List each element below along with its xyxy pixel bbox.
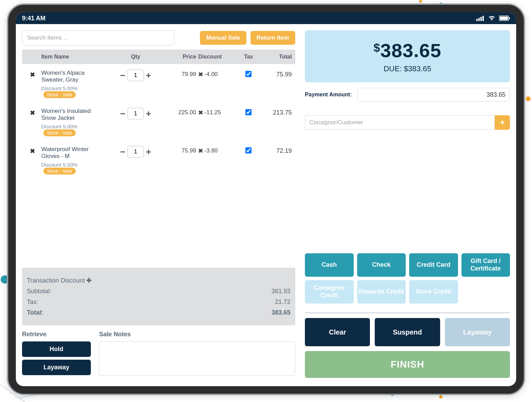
suspend-button[interactable]: Suspend	[375, 318, 440, 346]
pay-rewards-credit-button[interactable]: Rewards Credit	[357, 280, 406, 304]
app-body: Manual Sale Return Item Item Name Qty Pr…	[16, 24, 516, 386]
payment-amount-row: Payment Amount:	[305, 88, 510, 102]
item-name-cell: Women's Alpaca Sweater, Gray Discount 5.…	[41, 70, 106, 98]
dollar-sign: $	[373, 41, 380, 54]
summary-block: Transaction Discount ✚ Subtotal: 361.93 …	[22, 268, 295, 325]
qty-cell: − +	[108, 70, 163, 81]
items-header: Item Name Qty Price Discount Tax Total	[22, 50, 295, 64]
item-discount-text: Discount 5.00%	[41, 124, 77, 129]
return-item-button[interactable]: Return Item	[251, 31, 295, 45]
transaction-discount-label: Transaction Discount	[27, 277, 85, 284]
retrieve-heading: Retrieve	[22, 331, 91, 338]
consignor-input[interactable]	[305, 115, 495, 130]
tax-checkbox[interactable]	[245, 109, 252, 115]
tax-cell	[238, 108, 259, 117]
clear-button[interactable]: Clear	[305, 318, 370, 346]
discount-value: -11.25	[204, 109, 221, 116]
sale-notes-input[interactable]	[99, 341, 295, 376]
discount-cell: ✖ -11.25	[198, 108, 236, 116]
tax-row: Tax: 21.72	[27, 298, 290, 306]
pay-credit-card-button[interactable]: Credit Card	[409, 253, 458, 277]
qty-decrement-button[interactable]: −	[120, 109, 125, 118]
due-line: DUE: $383.65	[308, 64, 507, 73]
pay-store-credit-button[interactable]: Store Credit	[409, 280, 458, 304]
qty-input[interactable]	[127, 146, 144, 158]
table-row: ✖ Waterproof Winter Gloves - M Discount …	[22, 140, 295, 179]
top-action-row: Manual Sale Return Item	[22, 30, 295, 45]
remove-discount-icon[interactable]: ✖	[198, 109, 203, 116]
retrieve-column: Retrieve Hold Layaway	[22, 331, 91, 378]
price-cell: 225.00	[165, 108, 196, 116]
item-discount-line: Discount 5.00% Store - Sale	[41, 124, 106, 136]
status-time: 9:41 AM	[22, 15, 45, 22]
th-item-name: Item Name	[41, 54, 106, 60]
total-label: Total:	[27, 309, 43, 316]
th-total: Total	[261, 54, 292, 60]
item-discount-text: Discount 5.00%	[41, 162, 77, 168]
qty-increment-button[interactable]: +	[146, 71, 151, 80]
pay-gift-card-button[interactable]: Gift Card / Certificate	[461, 253, 510, 277]
total-row: Total: 383.65	[27, 309, 290, 316]
add-customer-button[interactable]: +	[495, 115, 510, 130]
subtotal-label: Subtotal:	[27, 288, 51, 295]
item-discount-text: Discount 5.00%	[41, 85, 77, 91]
qty-input[interactable]	[127, 108, 144, 119]
th-qty: Qty	[108, 54, 163, 60]
svg-rect-2	[480, 17, 482, 21]
qty-increment-button[interactable]: +	[146, 109, 151, 118]
line-total: 75.99	[261, 70, 292, 78]
signal-icon	[476, 15, 485, 21]
table-row: ✖ Women's Alpaca Sweater, Gray Discount …	[22, 64, 295, 102]
search-input[interactable]	[22, 30, 174, 45]
layaway-action-button[interactable]: Layaway	[445, 318, 510, 346]
line-total: 213.75	[261, 108, 292, 116]
tax-cell	[238, 70, 259, 79]
manual-sale-button[interactable]: Manual Sale	[200, 31, 246, 45]
qty-increment-button[interactable]: +	[146, 147, 151, 156]
qty-input[interactable]	[127, 70, 144, 81]
plus-icon: ✚	[86, 277, 92, 284]
svg-rect-0	[476, 19, 478, 21]
payment-amount-input[interactable]	[357, 88, 510, 102]
pay-consignor-credit-button[interactable]: Consignor Credit	[305, 280, 353, 304]
discount-badge: Store - Sale	[43, 129, 76, 136]
action-row: Clear Suspend Layaway	[305, 318, 510, 346]
discount-value: -4.00	[204, 71, 218, 78]
svg-rect-6	[509, 17, 510, 19]
remove-item-button[interactable]: ✖	[25, 70, 39, 78]
sale-notes-heading: Sale Notes	[99, 331, 295, 338]
price-cell: 75.99	[165, 146, 196, 154]
tax-checkbox[interactable]	[245, 147, 252, 154]
pay-check-button[interactable]: Check	[357, 253, 406, 277]
amount-due-box: $383.65 DUE: $383.65	[305, 30, 510, 82]
remove-item-button[interactable]: ✖	[25, 146, 39, 155]
tax-value: 21.72	[275, 298, 290, 306]
subtotal-value: 361.93	[272, 288, 290, 295]
items-table: Item Name Qty Price Discount Tax Total ✖…	[22, 50, 295, 325]
hold-button[interactable]: Hold	[22, 341, 91, 357]
discount-value: -3.80	[204, 147, 218, 154]
status-icons	[476, 15, 510, 21]
payment-methods: Cash Check Credit Card Gift Card / Certi…	[305, 253, 510, 304]
tax-cell	[238, 146, 259, 155]
discount-badge: Store - Sale	[43, 168, 76, 174]
item-name: Women's Alpaca Sweater, Gray	[41, 70, 106, 83]
item-name: Waterproof Winter Gloves - M	[41, 146, 106, 160]
svg-rect-3	[482, 16, 484, 21]
layaway-retrieve-button[interactable]: Layaway	[22, 360, 91, 375]
tax-label: Tax:	[27, 298, 38, 306]
discount-cell: ✖ -3.80	[198, 146, 236, 155]
transaction-discount-row[interactable]: Transaction Discount ✚	[27, 277, 290, 284]
pay-cash-button[interactable]: Cash	[305, 253, 353, 277]
remove-discount-icon[interactable]: ✖	[198, 147, 203, 155]
item-discount-line: Discount 5.00% Store - Sale	[41, 85, 106, 98]
qty-decrement-button[interactable]: −	[120, 71, 125, 80]
tablet-frame: 9:41 AM Manual Sale Return Item	[7, 3, 525, 395]
finish-button[interactable]: FINISH	[305, 351, 510, 378]
remove-discount-icon[interactable]: ✖	[198, 71, 203, 78]
qty-decrement-button[interactable]: −	[120, 147, 125, 156]
qty-cell: − +	[108, 146, 163, 158]
remove-item-button[interactable]: ✖	[25, 108, 39, 117]
tax-checkbox[interactable]	[245, 71, 252, 77]
divider	[305, 313, 510, 313]
